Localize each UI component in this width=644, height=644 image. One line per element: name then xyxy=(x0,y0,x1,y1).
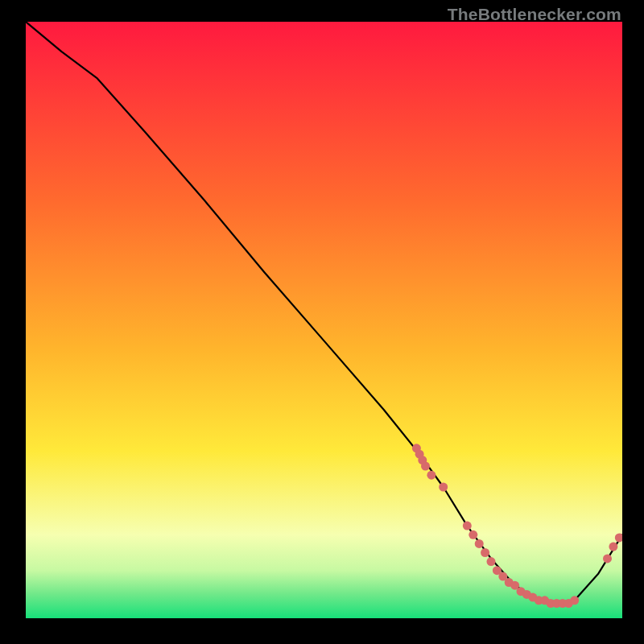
plot-area xyxy=(26,22,622,618)
svg-rect-0 xyxy=(26,22,622,618)
chart-stage: TheBottlenecker.com xyxy=(0,0,644,644)
background-gradient xyxy=(26,22,622,618)
